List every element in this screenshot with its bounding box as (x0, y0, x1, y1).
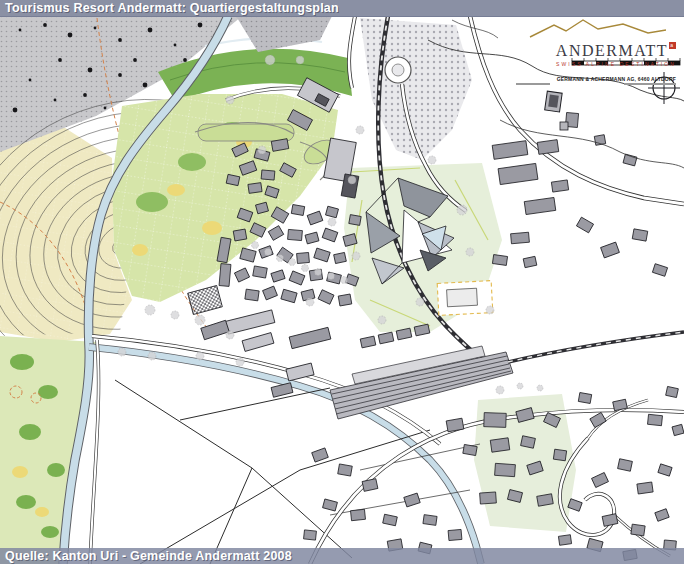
tree-symbol (289, 259, 296, 266)
building (498, 163, 538, 184)
building (271, 383, 293, 398)
building (289, 271, 305, 285)
boulder-dot (143, 83, 148, 88)
building (307, 211, 323, 225)
building (323, 499, 338, 511)
building (233, 229, 247, 241)
tree-symbol (457, 205, 467, 215)
boulder-dot (83, 93, 87, 97)
logo-mark: a (669, 42, 676, 49)
building (666, 386, 679, 397)
building (524, 197, 556, 214)
building (448, 529, 462, 540)
building (225, 310, 275, 334)
building (201, 320, 229, 339)
tree-symbol (258, 146, 266, 154)
building (404, 493, 420, 507)
boulder-dot (88, 68, 93, 73)
building (305, 232, 319, 244)
tree-symbol (428, 156, 436, 164)
tree-symbol (356, 126, 364, 134)
building (521, 436, 536, 448)
building (492, 141, 528, 160)
building (383, 514, 398, 526)
boulder-dot (94, 27, 97, 30)
boulder-dot (118, 73, 122, 77)
tree-symbol (148, 352, 156, 360)
building (602, 514, 618, 527)
boulder-dot (68, 33, 73, 38)
building (271, 270, 285, 282)
building (568, 499, 582, 512)
title-bar: Tourismus Resort Andermatt: Quartiergest… (0, 0, 684, 17)
tree-symbol (348, 176, 356, 184)
tree-symbol (378, 316, 386, 324)
building (523, 256, 537, 267)
source-bar: Quelle: Kanton Uri - Gemeinde Andermatt … (0, 548, 684, 564)
tree-symbol (466, 248, 474, 256)
building (423, 515, 437, 526)
tree-symbol (517, 383, 523, 389)
rail-east (508, 332, 684, 362)
planner-credit: GERMANN & ACHERMANN AG, 6460 ALTDORF (516, 76, 676, 82)
building (289, 327, 331, 348)
building (463, 444, 477, 455)
building (338, 464, 353, 476)
tree-symbol (196, 352, 204, 360)
tree-symbol (118, 348, 126, 356)
boulder-dot (29, 79, 32, 82)
tree-symbol (496, 386, 504, 394)
tree-symbol (352, 252, 360, 260)
building (322, 228, 338, 242)
building (281, 289, 297, 302)
boulder-dot (198, 23, 203, 28)
boulder-dot (183, 58, 187, 62)
tree-symbol (236, 358, 244, 366)
building (240, 248, 256, 262)
building (297, 252, 310, 263)
building (188, 285, 223, 314)
tree-symbol (265, 249, 272, 256)
building (652, 264, 667, 277)
boulder-dot (19, 29, 22, 32)
building (226, 174, 240, 185)
building (655, 509, 669, 522)
building (590, 412, 606, 427)
tree-symbol (265, 55, 275, 65)
tree-symbol (145, 305, 155, 315)
building (291, 205, 304, 216)
boulder-dot (104, 107, 107, 110)
page-title: Tourismus Resort Andermatt: Quartiergest… (5, 1, 339, 15)
building (578, 393, 591, 404)
tree-symbol (277, 255, 284, 262)
building (263, 286, 278, 300)
building (446, 418, 464, 432)
tree-symbol (486, 306, 494, 314)
building (314, 248, 330, 262)
building (242, 333, 274, 352)
source-text: Quelle: Kanton Uri - Gemeinde Andermatt … (5, 549, 292, 563)
building (551, 180, 568, 192)
building (349, 215, 361, 226)
mountain-ridge-icon (526, 18, 676, 38)
building (326, 206, 339, 218)
tree-symbol (302, 265, 309, 272)
tree-symbol (195, 315, 205, 325)
tree-symbol (315, 269, 322, 276)
building (492, 255, 507, 266)
building (360, 336, 376, 348)
boulder-dot (43, 23, 47, 27)
building (268, 226, 283, 241)
building (618, 459, 633, 471)
boulder-dot (174, 44, 177, 47)
screenshot: ANDERMATTa SWISS ALPINE DESTINATION GERM… (0, 0, 684, 564)
building (338, 294, 352, 306)
building (245, 289, 259, 301)
boulder-dot (58, 58, 62, 62)
tree-symbol (252, 242, 259, 249)
building (658, 464, 672, 476)
building (219, 264, 231, 287)
building (576, 217, 593, 233)
building (304, 530, 317, 540)
logo-wordmark: ANDERMATTa (516, 42, 676, 60)
